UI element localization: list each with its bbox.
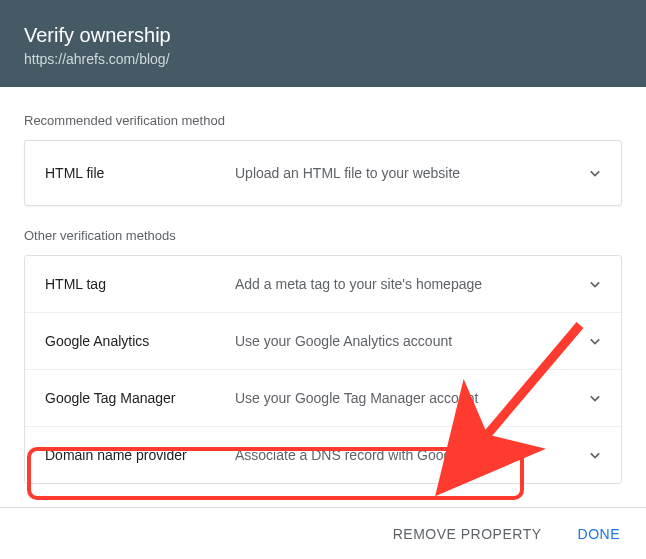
method-google-tag-manager[interactable]: Google Tag Manager Use your Google Tag M… xyxy=(25,369,621,426)
dialog-footer: Remove Property Done xyxy=(0,507,646,559)
done-button[interactable]: Done xyxy=(572,518,626,550)
chevron-down-icon xyxy=(585,388,605,408)
method-title: HTML file xyxy=(45,165,235,181)
method-title: Domain name provider xyxy=(45,447,235,463)
recommended-section-label: Recommended verification method xyxy=(24,113,622,128)
method-desc: Associate a DNS record with Google xyxy=(235,447,585,463)
method-html-tag[interactable]: HTML tag Add a meta tag to your site's h… xyxy=(25,256,621,312)
dialog-header: Verify ownership https://ahrefs.com/blog… xyxy=(0,0,646,87)
recommended-card: HTML file Upload an HTML file to your we… xyxy=(24,140,622,206)
property-url: https://ahrefs.com/blog/ xyxy=(24,51,622,67)
method-title: Google Tag Manager xyxy=(45,390,235,406)
method-domain-name-provider[interactable]: Domain name provider Associate a DNS rec… xyxy=(25,426,621,483)
dialog-title: Verify ownership xyxy=(24,24,622,47)
other-section-label: Other verification methods xyxy=(24,228,622,243)
method-desc: Upload an HTML file to your website xyxy=(235,165,585,181)
method-desc: Use your Google Tag Manager account xyxy=(235,390,585,406)
method-desc: Use your Google Analytics account xyxy=(235,333,585,349)
remove-property-button[interactable]: Remove Property xyxy=(387,518,548,550)
method-title: HTML tag xyxy=(45,276,235,292)
method-google-analytics[interactable]: Google Analytics Use your Google Analyti… xyxy=(25,312,621,369)
other-methods-card: HTML tag Add a meta tag to your site's h… xyxy=(24,255,622,484)
method-title: Google Analytics xyxy=(45,333,235,349)
chevron-down-icon xyxy=(585,331,605,351)
chevron-down-icon xyxy=(585,445,605,465)
method-html-file[interactable]: HTML file Upload an HTML file to your we… xyxy=(25,141,621,205)
dialog-content: Recommended verification method HTML fil… xyxy=(0,87,646,484)
chevron-down-icon xyxy=(585,274,605,294)
chevron-down-icon xyxy=(585,163,605,183)
method-desc: Add a meta tag to your site's homepage xyxy=(235,276,585,292)
